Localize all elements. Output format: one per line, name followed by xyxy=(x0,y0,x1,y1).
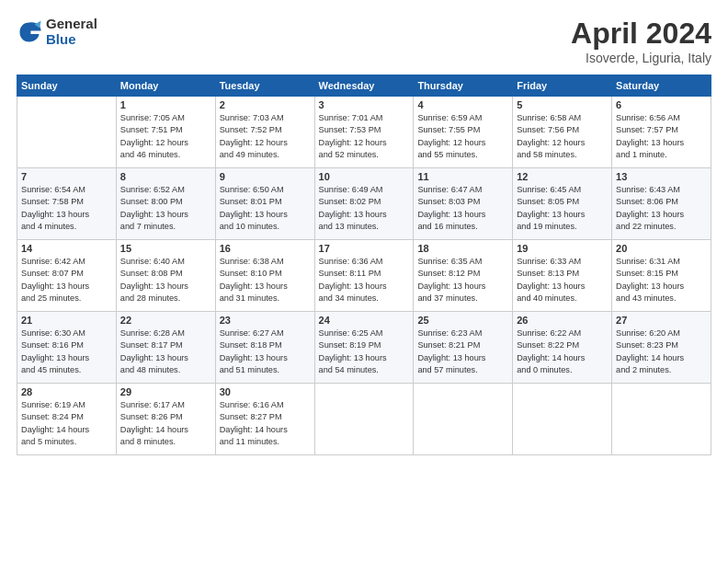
table-row: 9Sunrise: 6:50 AM Sunset: 8:01 PM Daylig… xyxy=(215,168,314,240)
logo: General Blue xyxy=(17,17,97,47)
day-info: Sunrise: 6:31 AM Sunset: 8:15 PM Dayligh… xyxy=(616,256,707,304)
table-row: 6Sunrise: 6:56 AM Sunset: 7:57 PM Daylig… xyxy=(612,97,711,168)
table-row: 22Sunrise: 6:28 AM Sunset: 8:17 PM Dayli… xyxy=(116,312,215,384)
month-title: April 2024 xyxy=(571,17,711,51)
table-row: 24Sunrise: 6:25 AM Sunset: 8:19 PM Dayli… xyxy=(314,312,414,384)
table-row: 25Sunrise: 6:23 AM Sunset: 8:21 PM Dayli… xyxy=(414,312,513,384)
day-number: 12 xyxy=(517,171,608,182)
day-number: 6 xyxy=(616,99,707,110)
day-info: Sunrise: 6:17 AM Sunset: 8:26 PM Dayligh… xyxy=(120,399,211,448)
day-number: 26 xyxy=(517,315,608,326)
table-row: 20Sunrise: 6:31 AM Sunset: 8:15 PM Dayli… xyxy=(612,240,711,312)
day-number: 15 xyxy=(120,243,211,254)
table-row: 21Sunrise: 6:30 AM Sunset: 8:16 PM Dayli… xyxy=(17,312,117,384)
table-row: 3Sunrise: 7:01 AM Sunset: 7:53 PM Daylig… xyxy=(314,97,414,168)
table-row: 11Sunrise: 6:47 AM Sunset: 8:03 PM Dayli… xyxy=(414,168,513,240)
title-block: April 2024 Isoverde, Liguria, Italy xyxy=(571,17,711,65)
table-row: 1Sunrise: 7:05 AM Sunset: 7:51 PM Daylig… xyxy=(116,97,215,168)
day-number: 10 xyxy=(319,171,410,182)
table-row: 23Sunrise: 6:27 AM Sunset: 8:18 PM Dayli… xyxy=(215,312,314,384)
day-number: 16 xyxy=(220,243,311,254)
header: General Blue April 2024 Isoverde, Liguri… xyxy=(17,17,711,65)
table-row: 27Sunrise: 6:20 AM Sunset: 8:23 PM Dayli… xyxy=(612,312,711,384)
weekday-header-row: Sunday Monday Tuesday Wednesday Thursday… xyxy=(17,75,711,97)
day-number: 23 xyxy=(220,315,311,326)
day-info: Sunrise: 7:01 AM Sunset: 7:53 PM Dayligh… xyxy=(319,112,410,161)
day-info: Sunrise: 6:43 AM Sunset: 8:06 PM Dayligh… xyxy=(616,184,707,233)
day-number: 18 xyxy=(417,243,508,254)
table-row: 26Sunrise: 6:22 AM Sunset: 8:22 PM Dayli… xyxy=(513,312,612,384)
header-sunday: Sunday xyxy=(17,75,117,97)
day-number: 4 xyxy=(417,99,508,110)
table-row: 5Sunrise: 6:58 AM Sunset: 7:56 PM Daylig… xyxy=(513,97,612,168)
day-info: Sunrise: 6:27 AM Sunset: 8:18 PM Dayligh… xyxy=(220,327,311,376)
day-number: 19 xyxy=(517,243,608,254)
day-info: Sunrise: 7:05 AM Sunset: 7:51 PM Dayligh… xyxy=(120,112,211,161)
table-row: 13Sunrise: 6:43 AM Sunset: 8:06 PM Dayli… xyxy=(612,168,711,240)
day-info: Sunrise: 6:25 AM Sunset: 8:19 PM Dayligh… xyxy=(319,327,410,376)
header-wednesday: Wednesday xyxy=(314,75,414,97)
logo-general-text: General xyxy=(46,17,97,32)
header-thursday: Thursday xyxy=(414,75,513,97)
day-info: Sunrise: 6:38 AM Sunset: 8:10 PM Dayligh… xyxy=(220,256,311,304)
day-number: 8 xyxy=(120,171,211,182)
table-row: 19Sunrise: 6:33 AM Sunset: 8:13 PM Dayli… xyxy=(513,240,612,312)
table-row: 16Sunrise: 6:38 AM Sunset: 8:10 PM Dayli… xyxy=(215,240,314,312)
logo-icon xyxy=(17,19,42,45)
day-number: 29 xyxy=(120,386,211,397)
day-info: Sunrise: 6:45 AM Sunset: 8:05 PM Dayligh… xyxy=(517,184,608,233)
table-row: 18Sunrise: 6:35 AM Sunset: 8:12 PM Dayli… xyxy=(414,240,513,312)
day-info: Sunrise: 6:30 AM Sunset: 8:16 PM Dayligh… xyxy=(21,327,112,376)
day-number: 13 xyxy=(616,171,707,182)
day-number: 24 xyxy=(319,315,410,326)
table-row: 28Sunrise: 6:19 AM Sunset: 8:24 PM Dayli… xyxy=(17,384,117,455)
day-info: Sunrise: 6:36 AM Sunset: 8:11 PM Dayligh… xyxy=(319,256,410,304)
day-number: 2 xyxy=(220,99,311,110)
table-row: 2Sunrise: 7:03 AM Sunset: 7:52 PM Daylig… xyxy=(215,97,314,168)
day-info: Sunrise: 6:23 AM Sunset: 8:21 PM Dayligh… xyxy=(417,327,508,376)
day-info: Sunrise: 6:54 AM Sunset: 7:58 PM Dayligh… xyxy=(21,184,112,233)
day-info: Sunrise: 6:19 AM Sunset: 8:24 PM Dayligh… xyxy=(21,399,112,448)
day-info: Sunrise: 6:59 AM Sunset: 7:55 PM Dayligh… xyxy=(417,112,508,161)
table-row: 4Sunrise: 6:59 AM Sunset: 7:55 PM Daylig… xyxy=(414,97,513,168)
week-row-4: 28Sunrise: 6:19 AM Sunset: 8:24 PM Dayli… xyxy=(17,384,711,455)
day-number: 1 xyxy=(120,99,211,110)
table-row xyxy=(612,384,711,455)
day-info: Sunrise: 6:20 AM Sunset: 8:23 PM Dayligh… xyxy=(616,327,707,376)
day-number: 27 xyxy=(616,315,707,326)
header-friday: Friday xyxy=(513,75,612,97)
table-row xyxy=(314,384,414,455)
day-info: Sunrise: 6:52 AM Sunset: 8:00 PM Dayligh… xyxy=(120,184,211,233)
day-number: 22 xyxy=(120,315,211,326)
week-row-0: 1Sunrise: 7:05 AM Sunset: 7:51 PM Daylig… xyxy=(17,97,711,168)
logo-text: General Blue xyxy=(46,17,97,47)
day-info: Sunrise: 6:42 AM Sunset: 8:07 PM Dayligh… xyxy=(21,256,112,304)
day-info: Sunrise: 6:49 AM Sunset: 8:02 PM Dayligh… xyxy=(319,184,410,233)
week-row-3: 21Sunrise: 6:30 AM Sunset: 8:16 PM Dayli… xyxy=(17,312,711,384)
day-info: Sunrise: 6:56 AM Sunset: 7:57 PM Dayligh… xyxy=(616,112,707,161)
day-number: 17 xyxy=(319,243,410,254)
day-info: Sunrise: 6:58 AM Sunset: 7:56 PM Dayligh… xyxy=(517,112,608,161)
table-row: 8Sunrise: 6:52 AM Sunset: 8:00 PM Daylig… xyxy=(116,168,215,240)
day-info: Sunrise: 6:47 AM Sunset: 8:03 PM Dayligh… xyxy=(417,184,508,233)
table-row xyxy=(414,384,513,455)
day-number: 7 xyxy=(21,171,112,182)
header-tuesday: Tuesday xyxy=(215,75,314,97)
day-number: 20 xyxy=(616,243,707,254)
location: Isoverde, Liguria, Italy xyxy=(571,51,711,65)
week-row-2: 14Sunrise: 6:42 AM Sunset: 8:07 PM Dayli… xyxy=(17,240,711,312)
page: General Blue April 2024 Isoverde, Liguri… xyxy=(0,0,728,563)
day-info: Sunrise: 6:33 AM Sunset: 8:13 PM Dayligh… xyxy=(517,256,608,304)
day-info: Sunrise: 6:40 AM Sunset: 8:08 PM Dayligh… xyxy=(120,256,211,304)
day-number: 21 xyxy=(21,315,112,326)
day-number: 9 xyxy=(220,171,311,182)
day-number: 25 xyxy=(417,315,508,326)
table-row: 15Sunrise: 6:40 AM Sunset: 8:08 PM Dayli… xyxy=(116,240,215,312)
table-row: 14Sunrise: 6:42 AM Sunset: 8:07 PM Dayli… xyxy=(17,240,117,312)
day-info: Sunrise: 6:16 AM Sunset: 8:27 PM Dayligh… xyxy=(220,399,311,448)
day-info: Sunrise: 7:03 AM Sunset: 7:52 PM Dayligh… xyxy=(220,112,311,161)
day-number: 11 xyxy=(417,171,508,182)
header-saturday: Saturday xyxy=(612,75,711,97)
day-number: 30 xyxy=(220,386,311,397)
day-info: Sunrise: 6:50 AM Sunset: 8:01 PM Dayligh… xyxy=(220,184,311,233)
